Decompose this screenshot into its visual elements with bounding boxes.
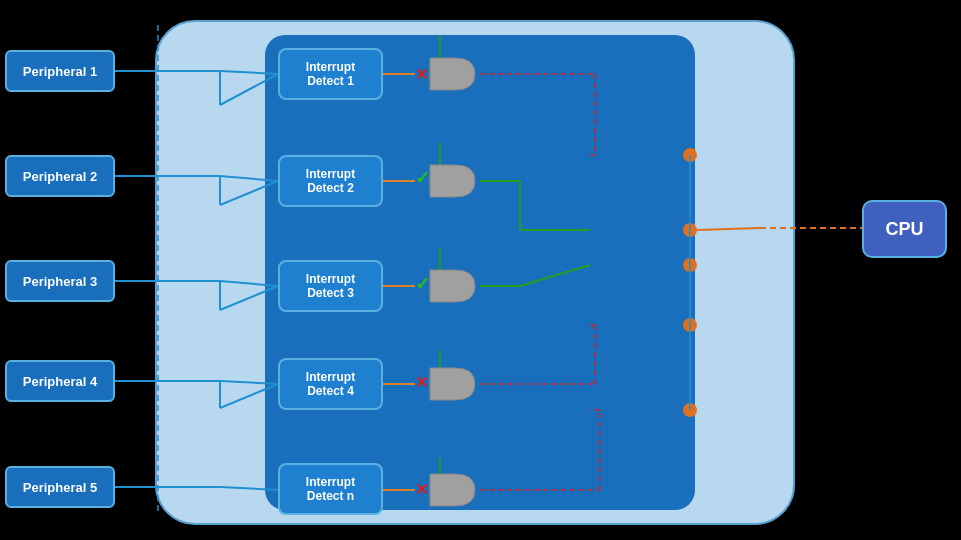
interrupt-detect-4: InterruptDetect 4: [278, 358, 383, 410]
peripheral-4: Peripheral 4: [5, 360, 115, 402]
interrupt-detect-1: InterruptDetect 1: [278, 48, 383, 100]
priority-box: [588, 105, 688, 435]
peripheral-5: Peripheral 5: [5, 466, 115, 508]
interrupt-detect-n: InterruptDetect n: [278, 463, 383, 515]
diagram-container: Peripheral 1 Peripheral 2 Peripheral 3 P…: [0, 0, 961, 540]
peripheral-1: Peripheral 1: [5, 50, 115, 92]
interrupt-detect-2: InterruptDetect 2: [278, 155, 383, 207]
peripheral-2: Peripheral 2: [5, 155, 115, 197]
interrupt-detect-3: InterruptDetect 3: [278, 260, 383, 312]
peripheral-3: Peripheral 3: [5, 260, 115, 302]
cpu-box: CPU: [862, 200, 947, 258]
